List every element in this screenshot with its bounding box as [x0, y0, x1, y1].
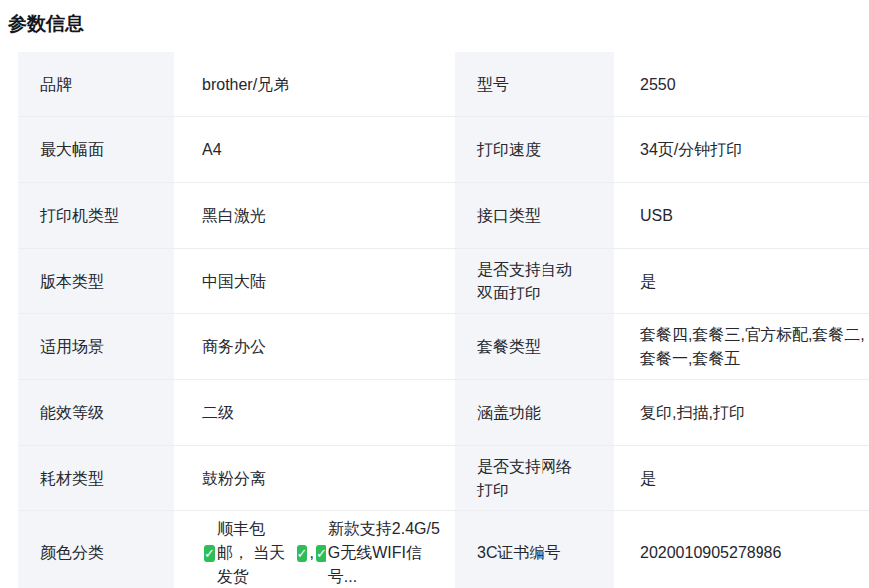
page-title: 参数信息 [0, 0, 869, 36]
param-label: 接口类型 [455, 183, 614, 249]
param-label: 能效等级 [18, 380, 174, 446]
param-value: ✓顺丰包邮， 当天发货✓,✓新款支持2.4G/5G无线WIFI信号... [174, 511, 455, 588]
param-value: 复印,扫描,打印 [614, 380, 869, 446]
param-value: 2020010905278986 [614, 511, 869, 588]
param-label: 颜色分类 [18, 511, 174, 588]
spec-table: 品牌 brother/兄弟 型号 2550 最大幅面 A4 打印速度 34页/分… [18, 52, 869, 588]
green-check-icon: ✓ [316, 545, 326, 562]
param-label: 打印速度 [455, 117, 614, 183]
param-label: 最大幅面 [18, 117, 174, 183]
param-value: 套餐四,套餐三,官方标配,套餐二,套餐一,套餐五 [614, 314, 869, 380]
param-label: 打印机类型 [18, 183, 174, 249]
param-label: 品牌 [18, 52, 174, 117]
param-value: 34页/分钟打印 [614, 117, 869, 183]
param-value: 2550 [614, 52, 869, 117]
green-check-icon: ✓ [297, 545, 308, 562]
param-label: 是否支持自动双面打印 [455, 249, 614, 314]
param-label: 型号 [455, 52, 614, 117]
param-label: 3C证书编号 [455, 511, 614, 588]
param-label: 适用场景 [18, 314, 174, 380]
param-label: 耗材类型 [18, 446, 174, 511]
param-value: 黑白激光 [174, 183, 455, 249]
param-value: 中国大陆 [174, 249, 455, 314]
param-label: 套餐类型 [455, 314, 614, 380]
param-value: A4 [174, 117, 455, 183]
param-label: 涵盖功能 [455, 380, 614, 446]
param-label: 版本类型 [18, 249, 174, 314]
green-check-icon: ✓ [204, 545, 215, 562]
param-value: brother/兄弟 [174, 52, 455, 117]
param-value: USB [614, 183, 869, 249]
param-value: 商务办公 [174, 314, 455, 380]
param-label: 是否支持网络打印 [455, 446, 614, 511]
param-value: 是 [614, 446, 869, 511]
param-value: 鼓粉分离 [174, 446, 455, 511]
param-value: 二级 [174, 380, 455, 446]
param-value: 是 [614, 249, 869, 314]
